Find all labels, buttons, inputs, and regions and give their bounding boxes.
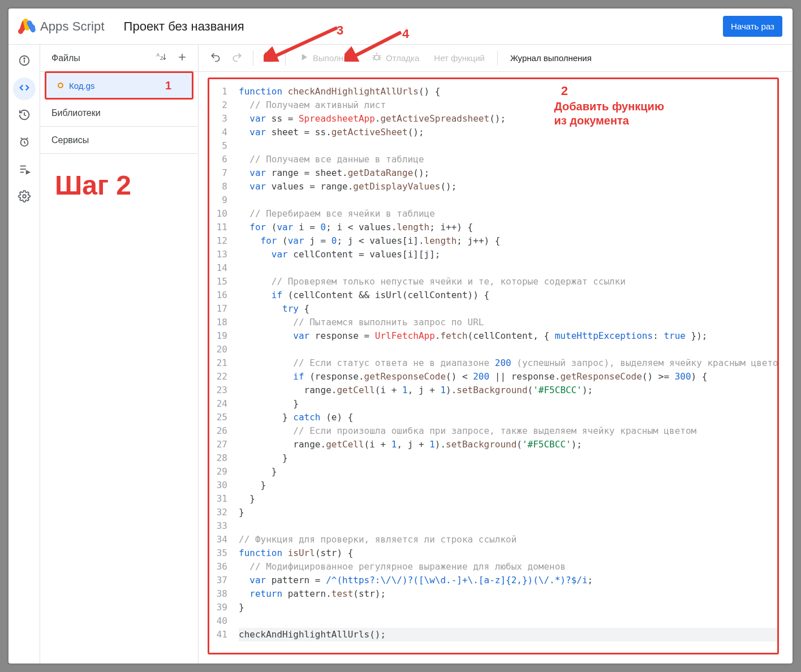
brand-logo: Apps Script	[16, 15, 105, 38]
deploy-button[interactable]: Начать раз	[723, 16, 782, 37]
add-library-button[interactable]	[173, 104, 191, 122]
editor-toolbar: Выполнить Отладка Нет функций Журнал вып…	[199, 45, 793, 72]
svg-point-18	[23, 195, 26, 198]
annotation-step-label: Шаг 2	[55, 170, 198, 201]
libraries-label: Библиотеки	[51, 108, 101, 118]
save-button[interactable]	[259, 48, 279, 68]
code-editor[interactable]: 1234567891011121314151617181920212223242…	[209, 79, 777, 653]
services-section-header: Сервисы	[40, 127, 198, 154]
log-label: Журнал выполнения	[510, 53, 592, 63]
function-select[interactable]: Нет функций	[427, 48, 492, 68]
undo-button[interactable]	[205, 48, 226, 68]
run-label: Выполнить	[313, 53, 356, 63]
files-section-header: Файлы AZ	[40, 45, 198, 72]
code-editor-annotation-box: 2 Добавить функцию из документа 12345678…	[208, 77, 779, 654]
annotation-marker-1: 1	[165, 79, 171, 92]
add-service-button[interactable]	[173, 131, 191, 149]
executions-rail-item[interactable]	[13, 159, 36, 182]
redo-icon	[231, 51, 243, 64]
svg-line-33	[373, 59, 374, 60]
unsaved-indicator-icon	[58, 83, 63, 88]
app-header: Apps Script Проект без названия Начать р…	[8, 8, 793, 45]
brand-text: Apps Script	[40, 19, 105, 34]
clock-icon	[18, 136, 31, 150]
svg-text:A: A	[157, 52, 160, 58]
file-name: Код.gs	[69, 81, 95, 91]
debug-button[interactable]: Отладка	[364, 48, 426, 68]
execution-log-tab[interactable]: Журнал выполнения	[503, 48, 598, 68]
svg-line-13	[26, 138, 28, 139]
line-gutter: 1234567891011121314151617181920212223242…	[209, 79, 232, 653]
settings-rail-item[interactable]	[13, 186, 36, 209]
redo-button[interactable]	[227, 48, 247, 68]
run-button[interactable]: Выполнить	[291, 48, 363, 68]
svg-line-11	[24, 143, 25, 144]
editor-rail-item[interactable]	[13, 77, 36, 100]
bug-icon	[371, 51, 382, 64]
svg-line-31	[373, 55, 374, 57]
file-item-kod[interactable]: Код.gs 1	[46, 73, 192, 98]
left-rail	[8, 45, 40, 664]
history-icon	[18, 109, 31, 123]
libraries-section-header: Библиотеки	[40, 100, 198, 127]
main-area: Выполнить Отладка Нет функций Журнал вып…	[199, 45, 793, 664]
annotation-box-1: Код.gs 1	[45, 71, 193, 100]
gear-icon	[18, 190, 31, 205]
triggers-rail-item[interactable]	[13, 132, 36, 154]
svg-point-29	[374, 55, 379, 60]
play-icon	[298, 51, 309, 64]
sort-az-icon: AZ	[155, 51, 166, 65]
save-icon	[264, 51, 275, 64]
svg-point-8	[24, 58, 25, 59]
svg-marker-28	[302, 54, 307, 61]
svg-line-34	[379, 59, 381, 60]
svg-marker-17	[26, 171, 29, 174]
code-icon	[18, 81, 31, 96]
list-play-icon	[18, 163, 31, 178]
add-file-button[interactable]	[173, 49, 191, 67]
files-label: Файлы	[51, 53, 80, 63]
undo-icon	[210, 51, 221, 64]
debug-label: Отладка	[386, 53, 419, 63]
overview-rail-item[interactable]	[13, 50, 36, 73]
info-icon	[18, 54, 31, 69]
svg-text:Z: Z	[160, 55, 163, 61]
svg-line-32	[379, 55, 381, 57]
sort-files-button[interactable]: AZ	[152, 49, 170, 67]
history-rail-item[interactable]	[13, 105, 36, 127]
services-label: Сервисы	[51, 135, 89, 145]
apps-script-logo-icon	[16, 15, 37, 38]
svg-line-12	[20, 138, 22, 139]
project-title[interactable]: Проект без названия	[124, 19, 244, 34]
code-content[interactable]: function checkAndHighlightAllUrls() { //…	[232, 79, 777, 653]
nofunc-label: Нет функций	[434, 53, 485, 63]
sidebar: Файлы AZ Код.gs 1 Библиоте	[40, 45, 199, 664]
plus-icon	[176, 51, 188, 65]
